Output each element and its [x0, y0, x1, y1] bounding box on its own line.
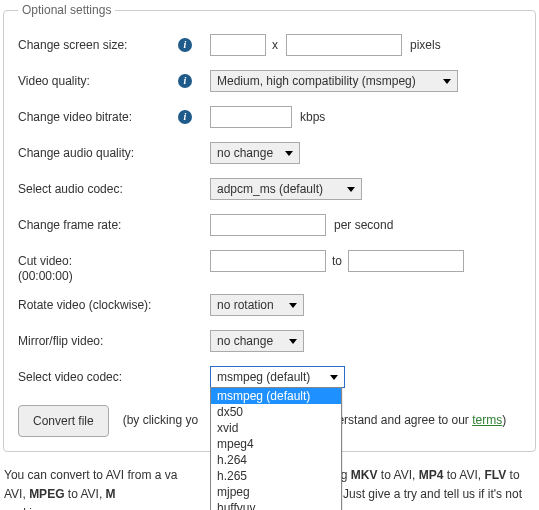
video-codec-dropdown[interactable]: msmpeg (default)dx50xvidmpeg4h.264h.265m…	[210, 387, 342, 510]
video-codec-option[interactable]: msmpeg (default)	[211, 388, 341, 404]
unit-pixels: pixels	[410, 38, 441, 52]
video-codec-select[interactable]: msmpeg (default)	[210, 366, 345, 388]
screen-height-input[interactable]	[286, 34, 402, 56]
row-rotate: Rotate video (clockwise): no rotation	[18, 293, 521, 317]
row-frame-rate: Change frame rate: per second	[18, 213, 521, 237]
unit-kbps: kbps	[300, 110, 325, 124]
row-screen-size: Change screen size: i x pixels	[18, 33, 521, 57]
optional-settings-fieldset: Optional settings Change screen size: i …	[3, 3, 536, 452]
video-quality-select[interactable]: Medium, high compatibility (msmpeg)	[210, 70, 458, 92]
video-codec-option[interactable]: h.264	[211, 452, 341, 468]
terms-link[interactable]: terms	[472, 413, 502, 427]
label-video-codec: Select video codec:	[18, 370, 178, 384]
video-codec-option[interactable]: huffyuv	[211, 500, 341, 510]
fieldset-legend: Optional settings	[18, 3, 115, 17]
unit-per-second: per second	[334, 218, 393, 232]
label-video-quality: Video quality:	[18, 74, 178, 88]
rotate-select[interactable]: no rotation	[210, 294, 304, 316]
audio-quality-select[interactable]: no change	[210, 142, 300, 164]
label-video-bitrate: Change video bitrate:	[18, 110, 178, 124]
row-mirror: Mirror/flip video: no change	[18, 329, 521, 353]
label-frame-rate: Change frame rate:	[18, 218, 178, 232]
frame-rate-input[interactable]	[210, 214, 326, 236]
video-codec-option[interactable]: mpeg4	[211, 436, 341, 452]
info-icon[interactable]: i	[178, 110, 192, 124]
audio-codec-select[interactable]: adpcm_ms (default)	[210, 178, 362, 200]
cut-separator: to	[332, 254, 342, 268]
row-audio-codec: Select audio codec: adpcm_ms (default)	[18, 177, 521, 201]
screen-width-input[interactable]	[210, 34, 266, 56]
video-codec-option[interactable]: h.265	[211, 468, 341, 484]
video-bitrate-input[interactable]	[210, 106, 292, 128]
dimension-separator: x	[272, 38, 278, 52]
cut-start-input[interactable]	[210, 250, 326, 272]
mirror-select[interactable]: no change	[210, 330, 304, 352]
info-icon[interactable]: i	[178, 38, 192, 52]
cut-end-input[interactable]	[348, 250, 464, 272]
info-icon[interactable]: i	[178, 74, 192, 88]
video-codec-option[interactable]: xvid	[211, 420, 341, 436]
label-screen-size: Change screen size:	[18, 38, 178, 52]
row-video-quality: Video quality: i Medium, high compatibil…	[18, 69, 521, 93]
row-video-codec: Select video codec: msmpeg (default) msm…	[18, 365, 521, 389]
label-audio-codec: Select audio codec:	[18, 182, 178, 196]
row-video-bitrate: Change video bitrate: i kbps	[18, 105, 521, 129]
label-cut-video: Cut video:	[18, 254, 178, 268]
label-mirror: Mirror/flip video:	[18, 334, 178, 348]
video-codec-option[interactable]: dx50	[211, 404, 341, 420]
label-audio-quality: Change audio quality:	[18, 146, 178, 160]
row-audio-quality: Change audio quality: no change	[18, 141, 521, 165]
label-rotate: Rotate video (clockwise):	[18, 298, 178, 312]
video-codec-option[interactable]: mjpeg	[211, 484, 341, 500]
convert-button[interactable]: Convert file	[18, 405, 109, 437]
